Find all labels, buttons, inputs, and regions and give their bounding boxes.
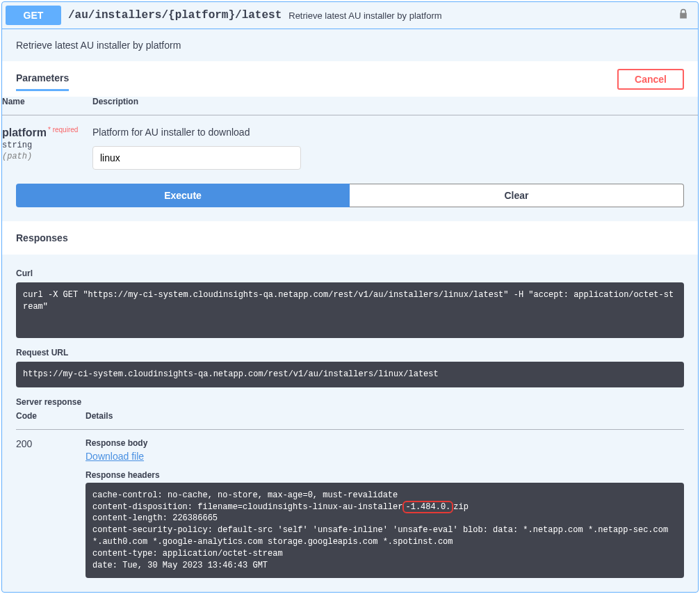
status-code: 200 bbox=[16, 429, 86, 578]
header-line: content-length: 226386665 bbox=[92, 513, 677, 524]
response-row: 200 Response body Download file Response… bbox=[16, 429, 684, 578]
endpoint-summary: Retrieve latest AU installer by platform bbox=[288, 10, 678, 21]
curl-command[interactable]: curl -X GET "https://my-ci-system.cloudi… bbox=[16, 282, 684, 338]
platform-input[interactable] bbox=[92, 146, 301, 170]
col-name: Name bbox=[2, 97, 92, 115]
col-description: Description bbox=[92, 97, 698, 115]
server-response-label: Server response bbox=[16, 397, 684, 407]
response-headers-label: Response headers bbox=[86, 470, 684, 480]
curl-label: Curl bbox=[16, 268, 684, 278]
header-line: date: Tue, 30 May 2023 13:46:43 GMT bbox=[92, 560, 677, 572]
parameters-table: Name Description platform* required stri… bbox=[2, 97, 698, 170]
responses-header: Responses bbox=[2, 221, 698, 255]
param-name: platform bbox=[2, 127, 47, 138]
response-table: Code Details 200 Response body Download … bbox=[16, 411, 684, 579]
header-line: content-type: application/octet-stream bbox=[92, 548, 677, 560]
download-file-link[interactable]: Download file bbox=[86, 451, 144, 462]
execute-bar: Execute Clear bbox=[2, 170, 698, 221]
response-headers-block[interactable]: cache-control: no-cache, no-store, max-a… bbox=[86, 483, 684, 579]
header-line: cache-control: no-cache, no-store, max-a… bbox=[92, 490, 677, 501]
execute-button[interactable]: Execute bbox=[16, 184, 350, 207]
clear-button[interactable]: Clear bbox=[350, 184, 684, 207]
lock-icon[interactable] bbox=[678, 8, 689, 22]
endpoint-path: /au/installers/{platform}/latest bbox=[61, 9, 288, 22]
request-url[interactable]: https://my-ci-system.cloudinsights-qa.ne… bbox=[16, 362, 684, 387]
responses-section: Curl curl -X GET "https://my-ci-system.c… bbox=[2, 255, 698, 592]
header-line: content-disposition: filename=cloudinsig… bbox=[92, 501, 677, 513]
parameters-tab-header: Parameters Cancel bbox=[2, 61, 698, 97]
required-marker: * required bbox=[47, 126, 78, 134]
param-description: Platform for AU installer to download bbox=[92, 127, 698, 138]
col-code: Code bbox=[16, 411, 86, 430]
col-details: Details bbox=[86, 411, 684, 430]
method-badge: GET bbox=[6, 6, 61, 25]
header-line: content-security-policy: default-src 'se… bbox=[92, 524, 677, 548]
highlighted-version: -1.484.0. bbox=[402, 501, 453, 513]
parameter-row: platform* required string (path) Platfor… bbox=[2, 115, 698, 170]
responses-title: Responses bbox=[16, 227, 684, 249]
operation-summary[interactable]: GET /au/installers/{platform}/latest Ret… bbox=[2, 2, 698, 29]
operation-block: GET /au/installers/{platform}/latest Ret… bbox=[1, 1, 699, 593]
request-url-label: Request URL bbox=[16, 348, 684, 358]
param-in: (path) bbox=[2, 152, 92, 161]
cancel-button[interactable]: Cancel bbox=[617, 69, 684, 90]
param-type: string bbox=[2, 139, 92, 152]
response-body-label: Response body bbox=[86, 438, 684, 448]
operation-description: Retrieve latest AU installer by platform bbox=[2, 29, 698, 61]
tab-parameters[interactable]: Parameters bbox=[16, 67, 69, 91]
